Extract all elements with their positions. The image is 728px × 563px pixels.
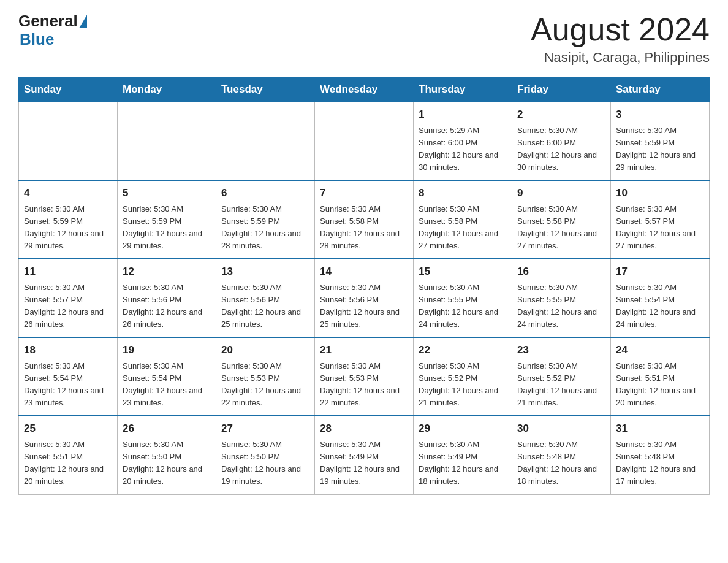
logo-blue: Blue	[18, 30, 87, 49]
day-number: 16	[517, 264, 605, 280]
day-number: 10	[616, 185, 704, 201]
calendar-cell: 16Sunrise: 5:30 AMSunset: 5:55 PMDayligh…	[512, 259, 611, 337]
day-info: Sunrise: 5:30 AMSunset: 5:54 PMDaylight:…	[616, 282, 704, 331]
day-info: Sunrise: 5:30 AMSunset: 5:55 PMDaylight:…	[517, 282, 605, 331]
day-number: 30	[517, 421, 605, 437]
calendar-cell	[315, 102, 414, 181]
calendar-table: SundayMondayTuesdayWednesdayThursdayFrid…	[18, 77, 710, 494]
calendar-cell: 17Sunrise: 5:30 AMSunset: 5:54 PMDayligh…	[611, 259, 710, 337]
calendar-cell: 20Sunrise: 5:30 AMSunset: 5:53 PMDayligh…	[216, 337, 315, 416]
day-info: Sunrise: 5:30 AMSunset: 5:52 PMDaylight:…	[419, 360, 507, 410]
day-number: 6	[221, 185, 309, 201]
weekday-header-monday: Monday	[118, 77, 216, 102]
calendar-cell: 11Sunrise: 5:30 AMSunset: 5:57 PMDayligh…	[19, 259, 118, 337]
page-header: General Blue August 2024 Nasipit, Caraga…	[18, 12, 710, 66]
calendar-cell: 4Sunrise: 5:30 AMSunset: 5:59 PMDaylight…	[19, 180, 118, 259]
day-number: 9	[517, 185, 605, 201]
month-title: August 2024	[531, 12, 710, 47]
day-info: Sunrise: 5:30 AMSunset: 5:56 PMDaylight:…	[221, 282, 309, 331]
day-number: 31	[616, 421, 704, 437]
day-info: Sunrise: 5:30 AMSunset: 5:55 PMDaylight:…	[419, 282, 507, 331]
day-info: Sunrise: 5:30 AMSunset: 5:58 PMDaylight:…	[419, 203, 507, 253]
day-number: 28	[320, 421, 408, 437]
day-info: Sunrise: 5:30 AMSunset: 5:56 PMDaylight:…	[320, 282, 408, 331]
day-info: Sunrise: 5:30 AMSunset: 5:57 PMDaylight:…	[24, 282, 112, 331]
day-number: 19	[123, 342, 211, 358]
day-number: 8	[419, 185, 507, 201]
day-number: 15	[419, 264, 507, 280]
day-number: 3	[616, 107, 704, 123]
calendar-cell: 12Sunrise: 5:30 AMSunset: 5:56 PMDayligh…	[118, 259, 216, 337]
day-number: 4	[24, 185, 112, 201]
calendar-week-row: 25Sunrise: 5:30 AMSunset: 5:51 PMDayligh…	[19, 416, 710, 494]
day-info: Sunrise: 5:30 AMSunset: 5:59 PMDaylight:…	[24, 203, 112, 253]
calendar-cell: 6Sunrise: 5:30 AMSunset: 5:59 PMDaylight…	[216, 180, 315, 259]
day-number: 25	[24, 421, 112, 437]
calendar-cell: 15Sunrise: 5:30 AMSunset: 5:55 PMDayligh…	[414, 259, 512, 337]
calendar-week-row: 4Sunrise: 5:30 AMSunset: 5:59 PMDaylight…	[19, 180, 710, 259]
day-info: Sunrise: 5:30 AMSunset: 5:50 PMDaylight:…	[221, 439, 309, 488]
day-info: Sunrise: 5:30 AMSunset: 5:49 PMDaylight:…	[419, 439, 507, 488]
day-info: Sunrise: 5:30 AMSunset: 5:52 PMDaylight:…	[517, 360, 605, 410]
day-number: 21	[320, 342, 408, 358]
day-number: 24	[616, 342, 704, 358]
calendar-cell: 31Sunrise: 5:30 AMSunset: 5:48 PMDayligh…	[611, 416, 710, 494]
calendar-cell: 27Sunrise: 5:30 AMSunset: 5:50 PMDayligh…	[216, 416, 315, 494]
calendar-cell: 13Sunrise: 5:30 AMSunset: 5:56 PMDayligh…	[216, 259, 315, 337]
calendar-cell: 8Sunrise: 5:30 AMSunset: 5:58 PMDaylight…	[414, 180, 512, 259]
day-info: Sunrise: 5:30 AMSunset: 5:57 PMDaylight:…	[616, 203, 704, 253]
day-number: 14	[320, 264, 408, 280]
calendar-cell	[19, 102, 118, 181]
logo-triangle-icon	[79, 15, 87, 28]
calendar-cell: 3Sunrise: 5:30 AMSunset: 5:59 PMDaylight…	[611, 102, 710, 181]
day-info: Sunrise: 5:30 AMSunset: 6:00 PMDaylight:…	[517, 124, 605, 174]
day-info: Sunrise: 5:29 AMSunset: 6:00 PMDaylight:…	[419, 124, 507, 174]
day-info: Sunrise: 5:30 AMSunset: 5:58 PMDaylight:…	[320, 203, 408, 253]
calendar-week-row: 18Sunrise: 5:30 AMSunset: 5:54 PMDayligh…	[19, 337, 710, 416]
weekday-header-tuesday: Tuesday	[216, 77, 315, 102]
calendar-cell: 5Sunrise: 5:30 AMSunset: 5:59 PMDaylight…	[118, 180, 216, 259]
weekday-header-saturday: Saturday	[611, 77, 710, 102]
calendar-cell: 26Sunrise: 5:30 AMSunset: 5:50 PMDayligh…	[118, 416, 216, 494]
calendar-cell: 22Sunrise: 5:30 AMSunset: 5:52 PMDayligh…	[414, 337, 512, 416]
day-info: Sunrise: 5:30 AMSunset: 5:59 PMDaylight:…	[221, 203, 309, 253]
calendar-cell: 19Sunrise: 5:30 AMSunset: 5:54 PMDayligh…	[118, 337, 216, 416]
day-info: Sunrise: 5:30 AMSunset: 5:48 PMDaylight:…	[616, 439, 704, 488]
day-number: 29	[419, 421, 507, 437]
calendar-cell: 25Sunrise: 5:30 AMSunset: 5:51 PMDayligh…	[19, 416, 118, 494]
weekday-header-friday: Friday	[512, 77, 611, 102]
day-info: Sunrise: 5:30 AMSunset: 5:58 PMDaylight:…	[517, 203, 605, 253]
day-info: Sunrise: 5:30 AMSunset: 5:51 PMDaylight:…	[616, 360, 704, 410]
calendar-cell: 2Sunrise: 5:30 AMSunset: 6:00 PMDaylight…	[512, 102, 611, 181]
day-number: 18	[24, 342, 112, 358]
day-number: 7	[320, 185, 408, 201]
day-info: Sunrise: 5:30 AMSunset: 5:59 PMDaylight:…	[616, 124, 704, 174]
day-info: Sunrise: 5:30 AMSunset: 5:53 PMDaylight:…	[320, 360, 408, 410]
calendar-cell: 1Sunrise: 5:29 AMSunset: 6:00 PMDaylight…	[414, 102, 512, 181]
calendar-cell: 24Sunrise: 5:30 AMSunset: 5:51 PMDayligh…	[611, 337, 710, 416]
calendar-week-row: 11Sunrise: 5:30 AMSunset: 5:57 PMDayligh…	[19, 259, 710, 337]
calendar-cell: 7Sunrise: 5:30 AMSunset: 5:58 PMDaylight…	[315, 180, 414, 259]
day-info: Sunrise: 5:30 AMSunset: 5:51 PMDaylight:…	[24, 439, 112, 488]
day-info: Sunrise: 5:30 AMSunset: 5:54 PMDaylight:…	[123, 360, 211, 410]
calendar-cell: 9Sunrise: 5:30 AMSunset: 5:58 PMDaylight…	[512, 180, 611, 259]
calendar-week-row: 1Sunrise: 5:29 AMSunset: 6:00 PMDaylight…	[19, 102, 710, 181]
day-info: Sunrise: 5:30 AMSunset: 5:53 PMDaylight:…	[221, 360, 309, 410]
title-block: August 2024 Nasipit, Caraga, Philippines	[531, 12, 710, 66]
day-number: 22	[419, 342, 507, 358]
calendar-cell: 30Sunrise: 5:30 AMSunset: 5:48 PMDayligh…	[512, 416, 611, 494]
day-info: Sunrise: 5:30 AMSunset: 5:54 PMDaylight:…	[24, 360, 112, 410]
day-number: 26	[123, 421, 211, 437]
calendar-cell: 21Sunrise: 5:30 AMSunset: 5:53 PMDayligh…	[315, 337, 414, 416]
day-number: 12	[123, 264, 211, 280]
day-number: 11	[24, 264, 112, 280]
day-info: Sunrise: 5:30 AMSunset: 5:59 PMDaylight:…	[123, 203, 211, 253]
day-info: Sunrise: 5:30 AMSunset: 5:56 PMDaylight:…	[123, 282, 211, 331]
day-number: 5	[123, 185, 211, 201]
calendar-cell	[216, 102, 315, 181]
calendar-cell: 18Sunrise: 5:30 AMSunset: 5:54 PMDayligh…	[19, 337, 118, 416]
day-number: 20	[221, 342, 309, 358]
calendar-cell	[118, 102, 216, 181]
day-number: 27	[221, 421, 309, 437]
weekday-header-wednesday: Wednesday	[315, 77, 414, 102]
